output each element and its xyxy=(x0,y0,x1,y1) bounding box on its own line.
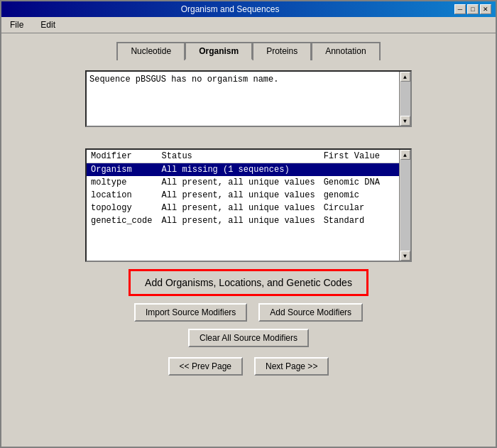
scroll-up-btn[interactable]: ▲ xyxy=(400,72,410,82)
table-row[interactable]: Organism All missing (1 sequences) xyxy=(87,163,399,177)
table-scroll-track[interactable] xyxy=(400,160,410,251)
tab-organism[interactable]: Organism xyxy=(185,42,253,60)
row-modifier: genetic_code xyxy=(87,214,158,227)
row-modifier: topology xyxy=(87,202,158,214)
nav-row: << Prev Page Next Page >> xyxy=(168,357,329,376)
scroll-down-btn[interactable]: ▼ xyxy=(400,116,410,126)
organism-text-content: Sequence pBSGUS has no organism name. xyxy=(87,72,399,126)
row-status: All present, all unique values xyxy=(158,176,320,189)
table-row[interactable]: location All present, all unique values … xyxy=(87,189,399,202)
header-modifier: Modifier xyxy=(87,150,158,163)
table-row[interactable]: moltype All present, all unique values G… xyxy=(87,176,399,189)
table-scroll-down-btn[interactable]: ▼ xyxy=(400,251,410,261)
source-modifiers-row: Import Source Modifiers Add Source Modif… xyxy=(134,303,363,322)
text-scrollbar[interactable]: ▲ ▼ xyxy=(399,72,410,126)
modifier-table-area: Modifier Status First Value Organism All… xyxy=(87,150,399,261)
row-first: Circular xyxy=(320,202,399,214)
minimize-button[interactable]: ─ xyxy=(454,4,466,14)
modifier-table-container: Modifier Status First Value Organism All… xyxy=(85,148,412,262)
tab-proteins[interactable]: Proteins xyxy=(252,42,312,60)
row-first xyxy=(320,163,399,177)
header-first-value: First Value xyxy=(320,150,399,163)
next-page-button[interactable]: Next Page >> xyxy=(254,357,329,376)
row-modifier: Organism xyxy=(87,163,158,177)
title-bar: Organism and Sequences ─ □ ✕ xyxy=(1,1,496,17)
row-first: Standard xyxy=(320,214,399,227)
edit-menu[interactable]: Edit xyxy=(38,18,58,31)
tab-nucleotide[interactable]: Nucleotide xyxy=(116,42,185,60)
row-status: All present, all unique values xyxy=(158,214,320,227)
table-scrollbar[interactable]: ▲ ▼ xyxy=(399,150,410,261)
content-area: Nucleotide Organism Proteins Annotation … xyxy=(1,33,496,447)
window-title: Organism and Sequences xyxy=(6,4,454,14)
menu-bar: File Edit xyxy=(1,17,496,33)
row-modifier: location xyxy=(87,189,158,202)
tab-annotation[interactable]: Annotation xyxy=(311,42,380,60)
main-window: Organism and Sequences ─ □ ✕ File Edit N… xyxy=(0,0,497,448)
prev-page-button[interactable]: << Prev Page xyxy=(168,357,243,376)
modifier-table: Modifier Status First Value Organism All… xyxy=(87,150,399,227)
row-first: genomic xyxy=(320,189,399,202)
row-status: All missing (1 sequences) xyxy=(158,163,320,177)
table-row[interactable]: topology All present, all unique values … xyxy=(87,202,399,214)
row-status: All present, all unique values xyxy=(158,202,320,214)
row-status: All present, all unique values xyxy=(158,189,320,202)
add-organisms-button[interactable]: Add Organisms, Locations, and Genetic Co… xyxy=(129,269,368,296)
table-header-row: Modifier Status First Value xyxy=(87,150,399,163)
file-menu[interactable]: File xyxy=(7,18,26,31)
table-scroll-up-btn[interactable]: ▲ xyxy=(400,150,410,160)
add-source-button[interactable]: Add Source Modifiers xyxy=(258,303,363,322)
maximize-button[interactable]: □ xyxy=(467,4,479,14)
window-controls: ─ □ ✕ xyxy=(454,4,491,14)
row-first: Genomic DNA xyxy=(320,176,399,189)
table-row[interactable]: genetic_code All present, all unique val… xyxy=(87,214,399,227)
clear-all-button[interactable]: Clear All Source Modifiers xyxy=(188,329,309,347)
header-status: Status xyxy=(158,150,320,163)
tabs-row: Nucleotide Organism Proteins Annotation xyxy=(116,42,380,60)
row-modifier: moltype xyxy=(87,176,158,189)
import-source-button[interactable]: Import Source Modifiers xyxy=(134,303,247,322)
close-button[interactable]: ✕ xyxy=(480,4,491,14)
organism-text-area: Sequence pBSGUS has no organism name. ▲ … xyxy=(85,70,412,127)
scroll-track[interactable] xyxy=(400,82,410,116)
